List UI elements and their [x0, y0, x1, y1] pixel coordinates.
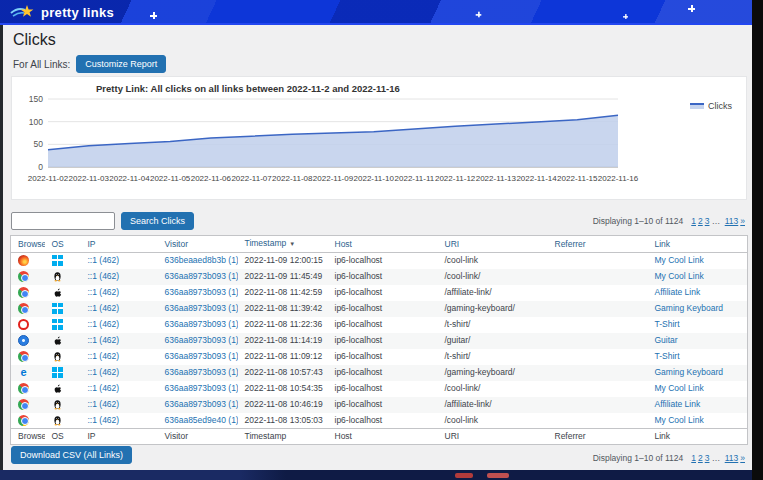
- chrome-icon: [18, 287, 29, 298]
- link-link[interactable]: Gaming Keyboard: [655, 367, 724, 377]
- cell-os: [45, 269, 81, 285]
- column-footer-os: OS: [45, 429, 81, 445]
- visitor-link[interactable]: 636beaaed8b3b (1): [165, 255, 238, 265]
- search-clicks-button[interactable]: Search Clicks: [121, 212, 194, 230]
- cell-uri: /cool-link: [438, 253, 548, 269]
- safari-icon: [18, 335, 29, 346]
- cell-browser: [11, 317, 45, 333]
- chrome-icon: [18, 303, 29, 314]
- admin-menu-sliver: [0, 25, 3, 470]
- visitor-link[interactable]: 636aa8973b093 (1): [165, 351, 238, 361]
- column-header-link[interactable]: Link: [648, 236, 748, 253]
- svg-text:2022-11-05: 2022-11-05: [150, 174, 191, 183]
- cell-host: ip6-localhost: [328, 333, 438, 349]
- search-input[interactable]: [11, 212, 115, 230]
- page-link-last[interactable]: 113: [725, 453, 739, 463]
- ip-link[interactable]: ::1 (462): [88, 351, 120, 361]
- visitor-link[interactable]: 636aa8973b093 (1): [165, 319, 238, 329]
- chrome-icon: [18, 351, 29, 362]
- column-header-visitor[interactable]: Visitor: [158, 236, 238, 253]
- visitor-link[interactable]: 636aa8973b093 (1): [165, 335, 238, 345]
- column-header-host[interactable]: Host: [328, 236, 438, 253]
- cell-host: ip6-localhost: [328, 269, 438, 285]
- column-footer-uri: URI: [438, 429, 548, 445]
- cell-visitor: 636aa8973b093 (1): [158, 317, 238, 333]
- cell-link: T-Shirt: [648, 349, 748, 365]
- ip-link[interactable]: ::1 (462): [88, 335, 120, 345]
- page-link-2[interactable]: 2: [698, 216, 703, 226]
- link-link[interactable]: T-Shirt: [655, 351, 680, 361]
- cell-host: ip6-localhost: [328, 397, 438, 413]
- cell-ip: ::1 (462): [81, 253, 158, 269]
- cell-browser: [11, 269, 45, 285]
- star-swoosh-icon: [10, 3, 36, 21]
- cell-link: T-Shirt: [648, 317, 748, 333]
- svg-text:50: 50: [34, 139, 44, 149]
- cell-host: ip6-localhost: [328, 253, 438, 269]
- chrome-icon: [18, 399, 29, 410]
- link-link[interactable]: My Cool Link: [655, 271, 704, 281]
- visitor-link[interactable]: 636aa8973b093 (1): [165, 303, 238, 313]
- svg-text:2022-11-02: 2022-11-02: [28, 174, 69, 183]
- sparkle-icon: [688, 5, 695, 12]
- column-header-browser[interactable]: Browser: [11, 236, 45, 253]
- link-link[interactable]: My Cool Link: [655, 383, 704, 393]
- svg-text:2022-11-13: 2022-11-13: [476, 174, 517, 183]
- cell-host: ip6-localhost: [328, 349, 438, 365]
- column-header-ip[interactable]: IP: [81, 236, 158, 253]
- link-link[interactable]: T-Shirt: [655, 319, 680, 329]
- click-row: ::1 (462)636aa8973b093 (1)2022-11-08 11:…: [11, 285, 748, 301]
- next-page-link[interactable]: »: [740, 216, 745, 226]
- svg-text:2022-11-10: 2022-11-10: [354, 174, 395, 183]
- pretty-links-logo[interactable]: pretty links: [10, 3, 114, 21]
- cell-uri: /t-shirt/: [438, 349, 548, 365]
- ip-link[interactable]: ::1 (462): [88, 319, 120, 329]
- visitor-link[interactable]: 636aa8973b093 (1): [165, 383, 238, 393]
- ip-link[interactable]: ::1 (462): [88, 287, 120, 297]
- pagination-summary: Displaying 1–10 of 1124: [593, 453, 684, 463]
- customize-report-button[interactable]: Customize Report: [76, 55, 166, 73]
- taskbar-red-indicator: [487, 473, 509, 478]
- ip-link[interactable]: ::1 (462): [88, 399, 120, 409]
- column-header-referrer[interactable]: Referrer: [548, 236, 648, 253]
- ip-link[interactable]: ::1 (462): [88, 271, 120, 281]
- next-page-link[interactable]: »: [740, 453, 745, 463]
- page-link-1[interactable]: 1: [691, 216, 696, 226]
- link-link[interactable]: Affiliate Link: [655, 287, 701, 297]
- page-link-2[interactable]: 2: [698, 453, 703, 463]
- link-link[interactable]: Affiliate Link: [655, 399, 701, 409]
- column-header-uri[interactable]: URI: [438, 236, 548, 253]
- column-header-os[interactable]: OS: [45, 236, 81, 253]
- column-header-timestamp[interactable]: Timestamp▼: [238, 236, 328, 253]
- link-link[interactable]: My Cool Link: [655, 415, 704, 425]
- visitor-link[interactable]: 636aa8973b093 (1): [165, 271, 238, 281]
- cell-link: Gaming Keyboard: [648, 301, 748, 317]
- cell-timestamp: 2022-11-08 10:57:43: [238, 365, 328, 381]
- cell-os: [45, 349, 81, 365]
- cell-os: [45, 253, 81, 269]
- windows-os-icon: [52, 367, 63, 378]
- link-link[interactable]: Gaming Keyboard: [655, 303, 724, 313]
- visitor-link[interactable]: 636aa8973b093 (1): [165, 399, 238, 409]
- ip-link[interactable]: ::1 (462): [88, 255, 120, 265]
- click-row: ::1 (462)636aa8973b093 (1)2022-11-08 11:…: [11, 317, 748, 333]
- cell-ip: ::1 (462): [81, 349, 158, 365]
- page-title: Clicks: [13, 31, 56, 49]
- cell-ip: ::1 (462): [81, 381, 158, 397]
- cell-browser: [11, 349, 45, 365]
- page-link-1[interactable]: 1: [691, 453, 696, 463]
- visitor-link[interactable]: 636aa85ed9e40 (1): [165, 415, 238, 425]
- download-csv-button[interactable]: Download CSV (All Links): [11, 446, 132, 464]
- visitor-link[interactable]: 636aa8973b093 (1): [165, 367, 238, 377]
- page-link-last[interactable]: 113: [725, 216, 739, 226]
- cell-uri: /cool-link/: [438, 381, 548, 397]
- visitor-link[interactable]: 636aa8973b093 (1): [165, 287, 238, 297]
- ip-link[interactable]: ::1 (462): [88, 367, 120, 377]
- legend-label: Clicks: [708, 101, 732, 111]
- link-link[interactable]: Guitar: [655, 335, 678, 345]
- ip-link[interactable]: ::1 (462): [88, 415, 120, 425]
- ip-link[interactable]: ::1 (462): [88, 383, 120, 393]
- cell-referrer: [548, 413, 648, 429]
- ip-link[interactable]: ::1 (462): [88, 303, 120, 313]
- link-link[interactable]: My Cool Link: [655, 255, 704, 265]
